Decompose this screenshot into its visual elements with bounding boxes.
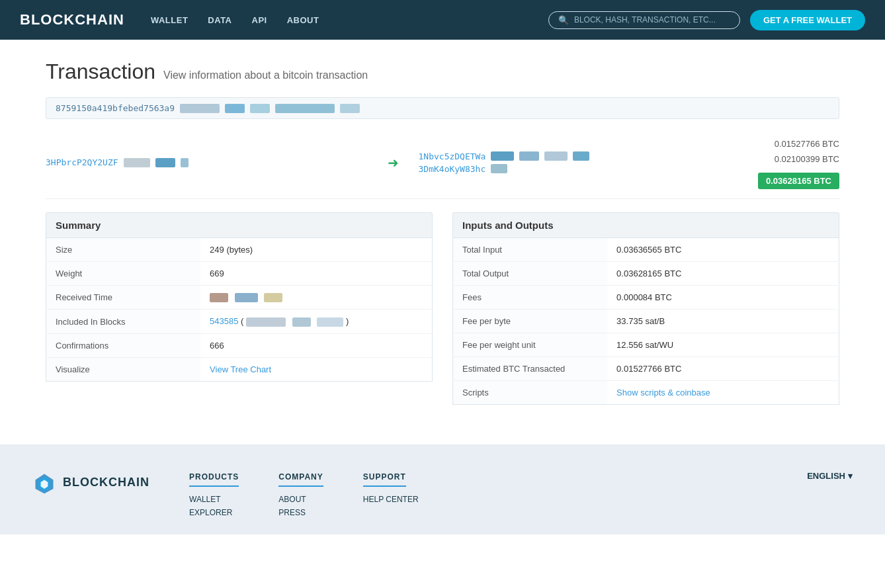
footer-language-selector[interactable]: ENGLISH ▾ xyxy=(807,471,853,481)
footer-language-label: ENGLISH xyxy=(807,471,845,481)
redacted-block-2 xyxy=(292,317,311,327)
nav-data[interactable]: DATA xyxy=(208,15,232,25)
tx-to-address-1[interactable]: 1Nbvc5zDQETWa xyxy=(419,151,486,161)
io-value-0: 0.03636565 BTC xyxy=(607,237,839,261)
navbar-links: WALLET DATA API ABOUT xyxy=(151,15,319,25)
footer-col-products-header: PRODUCTS xyxy=(189,472,239,487)
table-row: Estimated BTC Transacted 0.01527766 BTC xyxy=(453,357,839,380)
table-row: Total Output 0.03628165 BTC xyxy=(453,261,839,285)
footer-columns: PRODUCTS WALLET EXPLORER COMPANY ABOUT P… xyxy=(189,471,767,521)
table-row: Received Time xyxy=(46,285,433,310)
redacted-from-1 xyxy=(124,158,150,167)
io-label-5: Estimated BTC Transacted xyxy=(453,357,608,380)
redacted-from-3 xyxy=(181,158,189,167)
redacted-to-1 xyxy=(491,151,514,161)
table-row: Weight 669 xyxy=(46,261,433,285)
tx-to-address-2[interactable]: 3DmK4oKyW83hc xyxy=(419,164,486,174)
io-label-6: Scripts xyxy=(453,380,608,404)
footer-col-company: COMPANY ABOUT PRESS xyxy=(278,471,323,521)
page-title: Transaction xyxy=(46,60,155,84)
summary-value-weight: 669 xyxy=(200,261,432,285)
table-row: Confirmations 666 xyxy=(46,333,433,357)
main-content: Transaction View information about a bit… xyxy=(32,40,853,444)
redacted-from-2 xyxy=(155,158,175,167)
page-title-row: Transaction View information about a bit… xyxy=(46,60,839,84)
search-icon: 🔍 xyxy=(558,15,569,25)
redacted-hash-3 xyxy=(250,104,270,113)
tx-amount-2: 0.02100399 BTC xyxy=(747,151,839,167)
tx-to-row-1: 1Nbvc5zDQETWa xyxy=(419,151,741,161)
tx-hash-text: 8759150a419bfebed7563a9 xyxy=(56,103,175,113)
io-label-4: Fee per weight unit xyxy=(453,333,608,357)
io-label-1: Total Output xyxy=(453,261,608,285)
tx-to: 1Nbvc5zDQETWa 3DmK4oKyW83hc xyxy=(419,151,741,174)
io-value-4: 12.556 sat/WU xyxy=(607,333,839,357)
footer-brand-text: BLOCKCHAIN xyxy=(63,476,149,489)
summary-label-received: Received Time xyxy=(46,285,201,310)
io-value-2: 0.000084 BTC xyxy=(607,285,839,309)
io-value-3: 33.735 sat/B xyxy=(607,309,839,333)
tx-from-address[interactable]: 3HPbrcP2QY2UZF xyxy=(46,157,118,167)
get-wallet-button[interactable]: GET A FREE WALLET xyxy=(750,10,865,30)
table-row: Fee per byte 33.735 sat/B xyxy=(453,309,839,333)
summary-label-size: Size xyxy=(46,237,201,261)
redacted-hash-1 xyxy=(180,104,220,113)
tx-to-row-2: 3DmK4oKyW83hc xyxy=(419,164,741,174)
block-link[interactable]: 543585 xyxy=(210,316,238,326)
redacted-block-3 xyxy=(317,317,343,327)
footer-col-support-header: SUPPORT xyxy=(363,472,406,487)
footer-col-company-header: COMPANY xyxy=(278,472,323,487)
footer-col-support: SUPPORT HELP CENTER xyxy=(363,471,419,521)
summary-label-blocks: Included In Blocks xyxy=(46,310,201,334)
summary-value-blocks: 543585 ( ) xyxy=(200,310,432,334)
redacted-block-1 xyxy=(246,317,286,327)
redacted-hash-4 xyxy=(275,104,335,113)
redacted-time-3 xyxy=(264,293,282,302)
show-scripts-link[interactable]: Show scripts & coinbase xyxy=(616,388,710,398)
redacted-to-3 xyxy=(544,151,568,161)
summary-table: Size 249 (bytes) Weight 669 Received Tim… xyxy=(46,237,433,382)
navbar: BLOCKCHAIN WALLET DATA API ABOUT 🔍 GET A… xyxy=(0,0,885,40)
io-label-0: Total Input xyxy=(453,237,608,261)
nav-wallet[interactable]: WALLET xyxy=(151,15,188,25)
inputs-outputs-section: Inputs and Outputs Total Input 0.0363656… xyxy=(452,212,839,405)
block-paren-open: ( xyxy=(241,316,246,326)
summary-label-confirmations: Confirmations xyxy=(46,333,201,357)
summary-value-size: 249 (bytes) xyxy=(200,237,432,261)
footer-link-about[interactable]: ABOUT xyxy=(278,495,323,504)
footer-col-products: PRODUCTS WALLET EXPLORER xyxy=(189,471,239,521)
redacted-hash-5 xyxy=(340,104,360,113)
redacted-to-4 xyxy=(573,151,589,161)
footer-link-press[interactable]: PRESS xyxy=(278,508,323,517)
navbar-brand[interactable]: BLOCKCHAIN xyxy=(20,11,124,28)
footer-link-wallet[interactable]: WALLET xyxy=(189,495,239,504)
summary-value-visualize: View Tree Chart xyxy=(200,357,432,381)
footer-logo-icon xyxy=(32,471,56,495)
summary-value-confirmations: 666 xyxy=(200,333,432,357)
tx-row: 3HPbrcP2QY2UZF ➜ 1Nbvc5zDQETWa 3DmK4oKyW… xyxy=(46,127,839,199)
search-input[interactable] xyxy=(574,15,730,24)
tx-hash-bar: 8759150a419bfebed7563a9 xyxy=(46,97,839,119)
table-row: Fee per weight unit 12.556 sat/WU xyxy=(453,333,839,357)
io-label-3: Fee per byte xyxy=(453,309,608,333)
footer-top: BLOCKCHAIN PRODUCTS WALLET EXPLORER COMP… xyxy=(32,471,853,521)
view-tree-chart-link[interactable]: View Tree Chart xyxy=(210,364,271,374)
inputs-outputs-table: Total Input 0.03636565 BTC Total Output … xyxy=(452,237,839,405)
footer: BLOCKCHAIN PRODUCTS WALLET EXPLORER COMP… xyxy=(0,444,885,534)
nav-api[interactable]: API xyxy=(252,15,267,25)
summary-section: Summary Size 249 (bytes) Weight 669 Rece… xyxy=(46,212,433,405)
table-row: Fees 0.000084 BTC xyxy=(453,285,839,309)
io-value-1: 0.03628165 BTC xyxy=(607,261,839,285)
table-row: Visualize View Tree Chart xyxy=(46,357,433,381)
redacted-to-2 xyxy=(519,151,539,161)
footer-link-help[interactable]: HELP CENTER xyxy=(363,495,419,504)
inputs-outputs-header: Inputs and Outputs xyxy=(452,212,839,237)
footer-link-explorer[interactable]: EXPLORER xyxy=(189,508,239,517)
summary-label-visualize: Visualize xyxy=(46,357,201,381)
tables-row: Summary Size 249 (bytes) Weight 669 Rece… xyxy=(46,212,839,405)
search-box[interactable]: 🔍 xyxy=(548,11,740,29)
tx-amount-1: 0.01527766 BTC xyxy=(747,136,839,151)
nav-about[interactable]: ABOUT xyxy=(287,15,319,25)
tx-amounts: 0.01527766 BTC 0.02100399 BTC xyxy=(747,136,839,167)
block-paren-close: ) xyxy=(346,316,349,326)
